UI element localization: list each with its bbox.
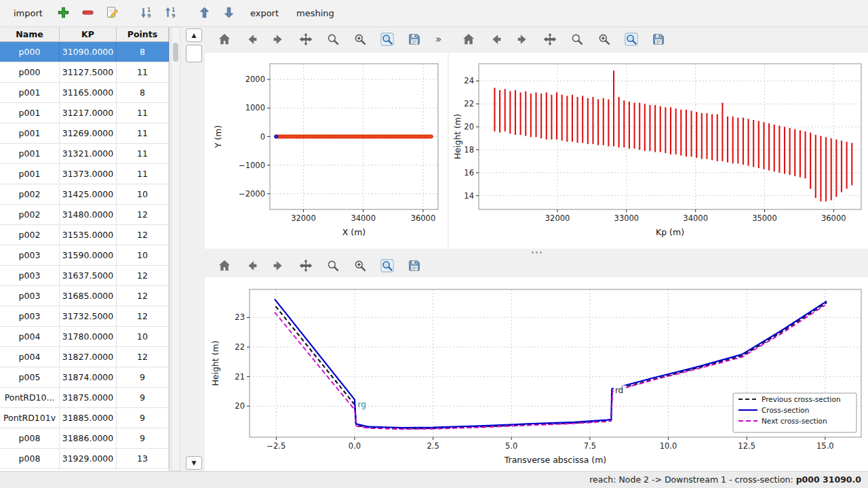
- table-cell-points: 13: [117, 449, 169, 468]
- save-button[interactable]: [648, 30, 669, 49]
- remove-cross-section-button[interactable]: [78, 4, 98, 23]
- back-button[interactable]: [241, 257, 262, 276]
- forward-button[interactable]: [269, 257, 289, 276]
- table-row[interactable]: p00131269.000011: [0, 123, 169, 144]
- column-header-name[interactable]: Name: [0, 27, 60, 41]
- table-cell-name: p003: [0, 306, 60, 326]
- add-cross-section-button[interactable]: [54, 4, 74, 23]
- zoom-rect-button[interactable]: [377, 30, 397, 49]
- back-button[interactable]: [486, 30, 506, 49]
- column-header-points[interactable]: Points: [117, 27, 169, 41]
- svg-text:36000: 36000: [411, 214, 436, 223]
- scroll-up-button[interactable]: ▲: [186, 28, 202, 42]
- zoom-rect-button[interactable]: [377, 257, 397, 276]
- pan-button[interactable]: [296, 257, 316, 276]
- pan-button[interactable]: [296, 30, 316, 49]
- table-row[interactable]: p00131321.000011: [0, 144, 169, 164]
- home-icon: [217, 258, 232, 275]
- zoom-button[interactable]: [323, 30, 343, 49]
- home-button[interactable]: [214, 257, 235, 276]
- forward-button[interactable]: [269, 30, 289, 49]
- sort-ascending-button[interactable]: 19: [161, 4, 181, 23]
- zoom-in-button[interactable]: [350, 30, 370, 49]
- longitudinal-profile-canvas[interactable]: 3200033000340003500036000141618202224Kp …: [449, 53, 868, 249]
- sort-descending-button[interactable]: 19: [136, 4, 157, 23]
- cross-section-canvas[interactable]: −2.50.02.55.07.510.012.515.020212223Tran…: [205, 277, 868, 471]
- svg-text:20: 20: [235, 401, 245, 411]
- svg-text:Next cross-section: Next cross-section: [762, 417, 827, 425]
- table-row[interactable]: p00431780.000010: [0, 327, 169, 347]
- meshing-button[interactable]: meshing: [290, 4, 341, 22]
- svg-text:22: 22: [235, 342, 245, 352]
- table-row[interactable]: p00131217.000011: [0, 103, 169, 123]
- svg-text:18: 18: [464, 145, 474, 155]
- svg-text:Y (m): Y (m): [213, 125, 223, 149]
- svg-text:32000: 32000: [545, 214, 570, 223]
- svg-text:1: 1: [172, 6, 176, 12]
- forward-button[interactable]: [513, 30, 533, 49]
- table-row[interactable]: p00531874.00009: [0, 367, 169, 388]
- svg-text:Cross-section: Cross-section: [762, 406, 809, 414]
- zoom-in-icon: [353, 258, 368, 275]
- zoom-in-button[interactable]: [594, 30, 614, 49]
- table-scrollbar[interactable]: [171, 27, 180, 471]
- table-cell-name: p004: [0, 327, 60, 346]
- home-button[interactable]: [214, 30, 235, 49]
- back-button[interactable]: [241, 30, 262, 49]
- column-header-kp[interactable]: KP: [60, 27, 117, 41]
- table-row[interactable]: p00331590.000010: [0, 245, 169, 266]
- application-window: import 19 19 export meshing Name: [0, 0, 868, 488]
- table-row[interactable]: p00231480.000012: [0, 205, 169, 225]
- table-row[interactable]: p00131373.000011: [0, 164, 169, 184]
- panel-scrollbar-thumb[interactable]: [186, 45, 202, 62]
- panel-scrollbar[interactable]: ▲ ▼: [184, 27, 203, 471]
- import-button[interactable]: import: [7, 4, 50, 22]
- zoom-button[interactable]: [323, 257, 343, 276]
- table-row[interactable]: p00831929.000013: [0, 449, 169, 469]
- table-row[interactable]: p00331637.500012: [0, 266, 169, 286]
- toolbar-overflow-button[interactable]: »: [435, 33, 441, 45]
- table-row[interactable]: p00331685.000012: [0, 286, 169, 306]
- zoom-in-button[interactable]: [350, 257, 370, 276]
- table-row[interactable]: p00831886.00009: [0, 428, 169, 449]
- save-button[interactable]: [404, 257, 425, 276]
- table-row[interactable]: p00231425.000010: [0, 184, 169, 205]
- svg-text:9: 9: [148, 13, 151, 19]
- table-cell-name: p008: [0, 449, 60, 468]
- table-row[interactable]: p00031127.500011: [0, 62, 169, 83]
- move-down-button[interactable]: [219, 4, 239, 23]
- table-cell-kp: 31732.5000: [60, 306, 117, 326]
- zoom-rect-button[interactable]: [621, 30, 642, 49]
- back-icon: [488, 32, 503, 49]
- table-row[interactable]: p00231535.000012: [0, 225, 169, 245]
- svg-text:5.0: 5.0: [505, 441, 517, 451]
- table-row[interactable]: PontRD10...31875.00009: [0, 388, 169, 408]
- zoom-button[interactable]: [567, 30, 587, 49]
- horizontal-splitter[interactable]: [205, 249, 868, 256]
- table-scrollbar-thumb[interactable]: [173, 43, 178, 62]
- table-cell-points: 12: [117, 225, 169, 245]
- table-cell-name: p008: [0, 428, 60, 448]
- svg-text:rd: rd: [615, 386, 623, 395]
- export-button[interactable]: export: [243, 4, 285, 22]
- scroll-down-button[interactable]: ▼: [186, 456, 202, 470]
- table-cell-name: PontRD10...: [0, 388, 60, 407]
- pan-button[interactable]: [540, 30, 560, 49]
- table-row[interactable]: PontRD101v31885.00009: [0, 408, 169, 428]
- table-cell-points: 11: [117, 123, 169, 143]
- table-row[interactable]: p00131165.00008: [0, 83, 169, 103]
- svg-text:9: 9: [172, 13, 176, 19]
- edit-cross-section-button[interactable]: [102, 4, 123, 23]
- svg-text:1000: 1000: [245, 103, 265, 113]
- move-up-icon: [197, 5, 212, 22]
- forward-icon: [271, 258, 286, 275]
- table-row[interactable]: p00431827.000012: [0, 347, 169, 367]
- table-row[interactable]: p00031090.00008: [0, 42, 169, 62]
- home-button[interactable]: [458, 30, 479, 49]
- zoom-icon: [326, 258, 340, 275]
- table-cell-points: 10: [117, 184, 169, 204]
- save-button[interactable]: [404, 30, 425, 49]
- plan-view-canvas[interactable]: 320003400036000−2000−1000010002000X (m)Y…: [205, 53, 448, 249]
- table-row[interactable]: p00331732.500012: [0, 306, 169, 327]
- move-up-button[interactable]: [195, 4, 215, 23]
